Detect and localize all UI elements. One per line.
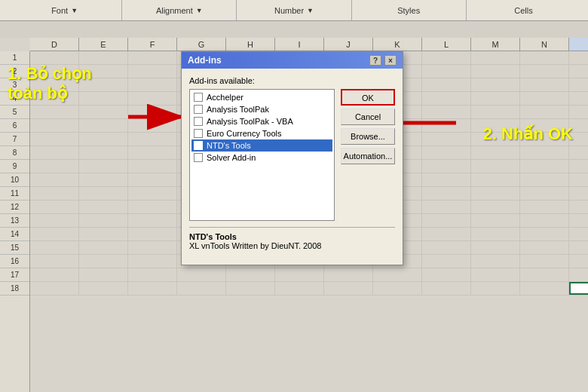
addin-label-euro-currency: Euro Currency Tools: [207, 129, 281, 138]
row-10: 10: [0, 173, 29, 187]
styles-section: Styles: [352, 0, 467, 20]
row-16: 16: [0, 255, 29, 268]
col-J: J: [324, 38, 373, 51]
row-7: 7: [0, 133, 29, 146]
dialog-close-button[interactable]: ×: [384, 55, 397, 66]
col-D: D: [30, 38, 79, 51]
table-row: [30, 282, 588, 296]
alignment-arrow: ▼: [196, 7, 203, 14]
number-arrow: ▼: [307, 7, 314, 14]
font-section: Font ▼: [8, 0, 122, 20]
addin-item-analysis-toolpak-vba[interactable]: Analysis ToolPak - VBA: [191, 115, 332, 127]
addin-item-acchelper[interactable]: Acchelper: [191, 91, 332, 103]
addins-list[interactable]: Acchelper Analysis ToolPak Analysis Tool…: [189, 89, 335, 221]
col-L: L: [422, 38, 471, 51]
col-N: N: [520, 38, 569, 51]
styles-label: Styles: [397, 6, 420, 15]
addin-label-acchelper: Acchelper: [207, 93, 243, 102]
col-K: K: [373, 38, 422, 51]
col-F: F: [128, 38, 177, 51]
number-section: Number ▼: [237, 0, 351, 20]
alignment-section: Alignment ▼: [122, 0, 237, 20]
dialog-help-button[interactable]: ?: [369, 55, 381, 66]
dialog-buttons: OK Cancel Browse... Automation...: [341, 89, 395, 221]
row-17: 17: [0, 268, 29, 282]
addin-checkbox-analysis-toolpak[interactable]: [194, 105, 203, 114]
dialog-body: Add-ins available: Acchelper Analysis To…: [182, 69, 403, 265]
col-M: M: [471, 38, 520, 51]
row-6: 6: [0, 119, 29, 133]
cells-label: Cells: [514, 6, 532, 15]
addin-item-euro-currency[interactable]: Euro Currency Tools: [191, 127, 332, 139]
row-11: 11: [0, 187, 29, 201]
addin-checkbox-solver[interactable]: [194, 153, 203, 162]
col-G: G: [177, 38, 226, 51]
addin-label-solver: Solver Add-in: [207, 153, 256, 162]
col-I: I: [275, 38, 324, 51]
addin-label-ntd-tools: NTD's Tools: [207, 141, 251, 150]
dialog-title-controls: ? ×: [369, 55, 397, 66]
ok-button[interactable]: OK: [341, 89, 395, 106]
addin-item-analysis-toolpak[interactable]: Analysis ToolPak: [191, 103, 332, 115]
excel-background: Font ▼ Alignment ▼ Number ▼ Styles Cells…: [0, 0, 588, 392]
addins-dialog: Add-ins ? × Add-ins available: Acchelper: [181, 51, 403, 265]
instruction-step1-line1: 1. Bỏ chọn: [8, 64, 92, 84]
row-5: 5: [0, 106, 29, 119]
instruction-step1-line2: toàn bộ: [8, 84, 92, 103]
row-18: 18: [0, 282, 29, 296]
col-O: O: [569, 38, 588, 51]
addin-item-solver[interactable]: Solver Add-in: [191, 152, 332, 164]
addin-label-analysis-toolpak-vba: Analysis ToolPak - VBA: [207, 117, 293, 126]
row-15: 15: [0, 241, 29, 255]
browse-button[interactable]: Browse...: [341, 128, 395, 145]
addin-label-analysis-toolpak: Analysis ToolPak: [207, 105, 269, 114]
instruction-step2: 2. Nhấn OK: [483, 124, 573, 144]
dialog-titlebar: Add-ins ? ×: [182, 52, 403, 69]
dialog-content: Acchelper Analysis ToolPak Analysis Tool…: [189, 89, 395, 221]
selected-cell: [569, 282, 588, 295]
addins-list-label: Add-ins available:: [189, 76, 395, 85]
row-12: 12: [0, 201, 29, 214]
cancel-button[interactable]: Cancel: [341, 109, 395, 125]
addin-checkbox-analysis-toolpak-vba[interactable]: [194, 117, 203, 126]
font-label: Font: [51, 6, 68, 15]
row-1: 1: [0, 51, 29, 65]
col-H: H: [226, 38, 275, 51]
row-9: 9: [0, 160, 29, 173]
row-8: 8: [0, 146, 29, 160]
addin-checkbox-acchelper[interactable]: [194, 93, 203, 102]
addin-item-ntd-tools[interactable]: NTD's Tools: [191, 139, 332, 152]
toolbar: Font ▼ Alignment ▼ Number ▼ Styles Cells: [0, 0, 588, 21]
number-label: Number: [274, 6, 304, 15]
dialog-description: NTD's Tools XL vnTools Written by DieuNT…: [189, 227, 395, 257]
instruction-step1: 1. Bỏ chọn toàn bộ: [8, 64, 92, 104]
description-text: XL vnTools Written by DieuNT. 2008: [189, 241, 395, 250]
automation-button[interactable]: Automation...: [341, 148, 395, 164]
dialog-title: Add-ins: [188, 55, 222, 66]
row-14: 14: [0, 228, 29, 241]
table-row: [30, 268, 588, 282]
description-name: NTD's Tools: [189, 232, 395, 241]
cells-section: Cells: [467, 0, 580, 20]
col-E: E: [79, 38, 128, 51]
alignment-label: Alignment: [156, 6, 193, 15]
column-headers: D E F G H I J K L M N O P Q: [30, 38, 588, 51]
font-arrow: ▼: [71, 7, 78, 14]
addin-checkbox-ntd-tools[interactable]: [194, 141, 203, 150]
row-13: 13: [0, 214, 29, 228]
addin-checkbox-euro-currency[interactable]: [194, 129, 203, 138]
